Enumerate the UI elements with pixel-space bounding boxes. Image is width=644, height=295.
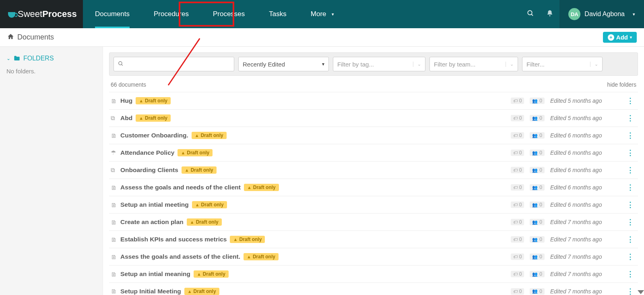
- tag-icon: 🏷: [513, 202, 518, 207]
- people-icon: 👥: [532, 116, 538, 121]
- document-title[interactable]: Setup Initial Meeting: [120, 288, 181, 295]
- table-row[interactable]: 🗎 Setup Initial Meeting ▲ Draft only 🏷0 …: [109, 283, 638, 295]
- edited-timestamp: Edited 6 months ago: [550, 132, 619, 139]
- nav-processes[interactable]: Processes: [201, 0, 257, 28]
- filter-tag-select[interactable]: Filter by tag... ⌄: [333, 57, 425, 71]
- people-count: 👥0: [530, 236, 545, 243]
- tag-icon: 🏷: [513, 237, 518, 242]
- tag-count: 🏷0: [511, 253, 524, 260]
- row-menu-icon[interactable]: ⋮: [624, 237, 636, 241]
- document-title[interactable]: Create an action plan: [120, 218, 184, 226]
- people-count: 👥0: [530, 98, 545, 104]
- document-title[interactable]: Setup an intial meaning: [120, 270, 190, 278]
- row-menu-icon[interactable]: ⋮: [624, 99, 636, 103]
- nav-procedures[interactable]: Procedures: [142, 0, 201, 28]
- user-menu[interactable]: DA David Agbona ▾: [559, 0, 644, 28]
- document-title[interactable]: Customer Onboarding.: [120, 132, 188, 139]
- row-menu-icon[interactable]: ⋮: [624, 168, 636, 172]
- row-menu-icon[interactable]: ⋮: [624, 289, 636, 293]
- chevron-down-icon: ▾: [322, 61, 324, 67]
- table-row[interactable]: ☂ Attendance Policy ▲ Draft only 🏷0 👥0 E…: [109, 144, 638, 161]
- draft-badge: ▲ Draft only: [192, 132, 227, 139]
- table-row[interactable]: 🗎 Customer Onboarding. ▲ Draft only 🏷0 👥…: [109, 127, 638, 144]
- row-menu-icon[interactable]: ⋮: [624, 185, 636, 189]
- edited-timestamp: Edited 6 months ago: [550, 184, 619, 191]
- document-title[interactable]: Onboarding Clients: [120, 166, 178, 174]
- table-row[interactable]: 🗎 Setup an intial meeting ▲ Draft only 🏷…: [109, 196, 638, 213]
- document-title[interactable]: Assess the goals and needs of the client: [120, 184, 241, 191]
- people-count: 👥0: [530, 219, 545, 225]
- folder-icon: [14, 55, 20, 62]
- nav-documents[interactable]: Documents: [83, 0, 142, 28]
- tag-count: 🏷0: [511, 115, 524, 121]
- people-count: 👥0: [530, 202, 545, 208]
- edited-timestamp: Edited 7 months ago: [550, 253, 619, 260]
- table-row[interactable]: 🗎 Assess the goals and needs of the clie…: [109, 179, 638, 196]
- nav-more[interactable]: More ▾: [299, 0, 346, 28]
- logo-text: SweetProcess: [18, 9, 77, 19]
- tag-count: 🏷0: [511, 236, 524, 243]
- add-button[interactable]: + Add ▾: [603, 32, 637, 43]
- tag-icon: 🏷: [513, 289, 518, 294]
- sort-select[interactable]: Recently Edited ▾: [238, 57, 329, 71]
- search-input[interactable]: [126, 57, 230, 71]
- tag-icon: 🏷: [513, 133, 518, 138]
- bell-icon[interactable]: [540, 10, 559, 19]
- svg-point-0: [528, 10, 533, 15]
- row-menu-icon[interactable]: ⋮: [624, 116, 636, 120]
- filter-team-select[interactable]: Filter by team... ⌄: [429, 57, 518, 71]
- scroll-down-icon[interactable]: [638, 290, 644, 294]
- brand-logo[interactable]: SweetProcess: [0, 0, 83, 28]
- document-title[interactable]: Asses the goals and assets of the client…: [120, 253, 240, 260]
- row-menu-icon[interactable]: ⋮: [624, 255, 636, 259]
- filter-bar: Recently Edited ▾ Filter by tag... ⌄ Fil…: [109, 52, 638, 76]
- people-icon: 👥: [532, 272, 538, 277]
- svg-line-4: [122, 64, 123, 65]
- tag-count: 🏷0: [511, 150, 524, 156]
- main-content: Recently Edited ▾ Filter by tag... ⌄ Fil…: [103, 47, 644, 295]
- copy-icon: ⧉: [111, 114, 117, 122]
- row-menu-icon[interactable]: ⋮: [624, 151, 636, 155]
- table-row[interactable]: 🗎 Setup an intial meaning ▲ Draft only 🏷…: [109, 265, 638, 283]
- page-body: ⌄ FOLDERS No folders. Recently Edited ▾ …: [0, 47, 644, 295]
- nav-tasks[interactable]: Tasks: [257, 0, 298, 28]
- draft-badge: ▲ Draft only: [244, 184, 279, 191]
- document-title[interactable]: Establish KPIs and success metrics: [120, 236, 227, 243]
- tag-count: 🏷0: [511, 132, 524, 139]
- document-title[interactable]: Hug: [120, 97, 132, 104]
- people-icon: 👥: [532, 289, 538, 294]
- search-icon: [118, 61, 124, 68]
- warning-icon: ▲: [185, 168, 189, 172]
- table-row[interactable]: ⧉ Abd ▲ Draft only 🏷0 👥0 Edited 5 months…: [109, 109, 638, 127]
- doc-icon: 🗎: [111, 132, 117, 139]
- hide-folders-link[interactable]: hide folders: [607, 81, 636, 88]
- table-row[interactable]: 🗎 Establish KPIs and success metrics ▲ D…: [109, 231, 638, 248]
- document-title[interactable]: Abd: [120, 114, 132, 122]
- people-count: 👥0: [530, 150, 545, 156]
- folders-toggle[interactable]: ⌄ FOLDERS: [6, 55, 96, 62]
- draft-badge: ▲ Draft only: [136, 114, 171, 122]
- row-menu-icon[interactable]: ⋮: [624, 133, 636, 137]
- search-input-wrap[interactable]: [114, 57, 234, 71]
- document-title[interactable]: Setup an intial meeting: [120, 201, 189, 208]
- warning-icon: ▲: [181, 150, 185, 155]
- row-menu-icon[interactable]: ⋮: [624, 220, 636, 224]
- table-row[interactable]: ⧉ Onboarding Clients ▲ Draft only 🏷0 👥0 …: [109, 161, 638, 179]
- people-count: 👥0: [530, 184, 545, 191]
- filter-other-select[interactable]: Filter... ⌄: [522, 57, 603, 71]
- row-menu-icon[interactable]: ⋮: [624, 203, 636, 207]
- tag-icon: 🏷: [513, 168, 518, 172]
- home-icon[interactable]: [7, 33, 14, 42]
- document-list: 🗎 Hug ▲ Draft only 🏷0 👥0 Edited 5 months…: [109, 92, 638, 295]
- row-menu-icon[interactable]: ⋮: [624, 272, 636, 276]
- search-icon[interactable]: [521, 10, 540, 19]
- table-row[interactable]: 🗎 Create an action plan ▲ Draft only 🏷0 …: [109, 213, 638, 231]
- document-title[interactable]: Attendance Policy: [120, 149, 174, 156]
- table-row[interactable]: 🗎 Asses the goals and assets of the clie…: [109, 248, 638, 265]
- table-row[interactable]: 🗎 Hug ▲ Draft only 🏷0 👥0 Edited 5 months…: [109, 92, 638, 109]
- tag-count: 🏷0: [511, 98, 524, 104]
- chevron-down-icon: ⌄: [506, 62, 514, 67]
- topbar-right: DA David Agbona ▾: [521, 0, 644, 28]
- people-count: 👥0: [530, 271, 545, 277]
- list-meta: 66 documents hide folders: [109, 76, 638, 92]
